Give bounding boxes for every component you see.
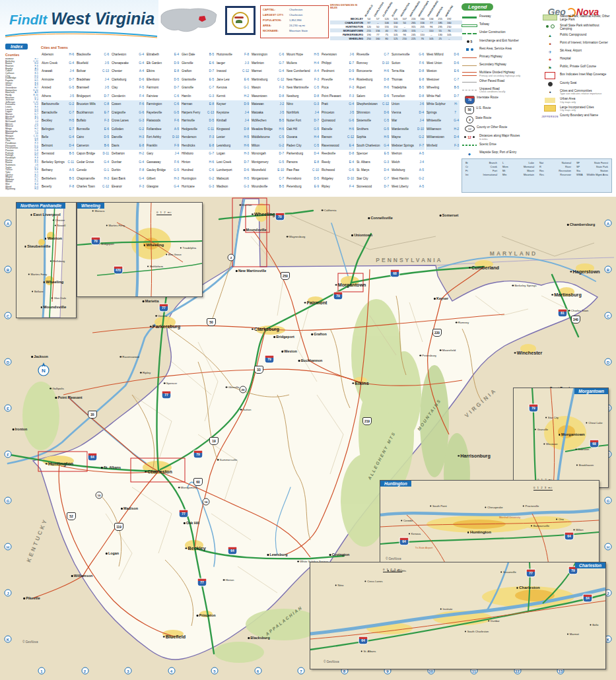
cn: Union — [392, 100, 399, 109]
inset-title: Huntington — [380, 481, 411, 487]
cr: E-6 — [454, 67, 459, 76]
city-item: MasonF-3 — [251, 84, 285, 92]
leg-text: Distances along Major RoutesIn miles — [479, 134, 520, 140]
interstate-shield: 77 — [159, 304, 169, 312]
cr: G-4 — [139, 158, 144, 167]
cr: D-8 — [384, 76, 389, 85]
cr: D-7 — [69, 76, 74, 85]
cr: G-2 — [279, 142, 284, 151]
cr: C-5 — [314, 142, 319, 151]
cn: Mason — [252, 84, 261, 92]
cr: D-4 — [314, 150, 319, 158]
cn: Hinton — [182, 158, 190, 167]
cn: Lumberport — [217, 166, 232, 175]
smallpark-symbol — [542, 24, 558, 30]
leg-text: Secondary Highway — [479, 63, 506, 66]
leg-label: Under Construction — [479, 30, 506, 34]
cr: D-6 — [454, 59, 459, 68]
cr: F-3 — [104, 117, 109, 125]
inset-title: Northern Panhandle — [17, 203, 65, 209]
cr: D-10 — [417, 125, 424, 134]
city-item: New HavenF-3 — [286, 76, 320, 85]
cr: J-3 — [245, 59, 249, 68]
inset-northern-panhandle: Northern Panhandle East LiverpoolChester… — [16, 202, 77, 318]
legend-item: Freeway — [462, 15, 539, 20]
cr: J-4 — [420, 158, 424, 167]
cn: Stonewood — [357, 183, 372, 191]
city-item: BethlehemB-5 — [41, 175, 75, 184]
mileage-col-header: WHEELING — [445, 2, 454, 17]
abbr-item: MtnMountain — [502, 173, 534, 177]
mileage-cols: BLUEFIELDCHARLESTONCLARKSBURGELKINSHUNTI… — [364, 2, 462, 17]
cr: D-6 — [244, 166, 249, 175]
map-city-label: Elkins — [352, 380, 368, 386]
cn: Richwood — [322, 166, 335, 175]
cn: Bluefield — [77, 59, 88, 68]
cn: Weirton — [392, 150, 402, 158]
index-column: RivesvilleC-7RomneyD-10RonceverteH-6Rowl… — [356, 51, 390, 192]
city-item: BurnsvilleE-6 — [76, 125, 110, 134]
map-city-label: Ripley — [140, 371, 151, 374]
index-column: HuttonsvilleF-8IaegerJ-3InwoodC-12Jane L… — [216, 51, 250, 192]
map-city-label: Beckley — [185, 545, 205, 551]
camp-symbol: ▲ — [542, 33, 558, 39]
cr: C-5 — [279, 133, 284, 142]
city-item: EleanorF-3 — [111, 183, 145, 191]
cn: Ravenswood — [322, 142, 339, 151]
cr: C-7 — [209, 84, 214, 92]
cn: Weston — [427, 67, 437, 76]
leg-sub: City maps only — [560, 109, 594, 112]
map-city-label: Charleston — [145, 469, 172, 475]
av: Wildlife Mgmt Area — [587, 173, 608, 177]
fact-row: CAPITAL:Charleston — [263, 7, 326, 13]
inset-city-label: Charleston — [516, 586, 539, 590]
mval: – — [374, 21, 383, 24]
city-item: ParkersburgD-4 — [286, 150, 320, 158]
mval: 245 — [409, 33, 419, 36]
cn: Oak Hill — [287, 125, 297, 134]
leg-text: Wayside Stop; Port of Entry — [479, 151, 516, 154]
abbreviations-box: BrBranchCrCreekFtFortIntInternationalLLa… — [462, 158, 612, 193]
grid-letter: A — [5, 220, 12, 227]
city-item: WheelingB-5 — [426, 84, 460, 92]
map-city-label: Waynesburg — [287, 235, 306, 238]
city-item: MoorefieldE-10 — [251, 166, 285, 175]
cr: H-5 — [69, 117, 74, 125]
city-item: FayettevilleG-5 — [146, 109, 180, 118]
cn: Gassaway — [147, 158, 160, 167]
cn: Kimball — [217, 117, 226, 125]
cr: C-5 — [314, 84, 319, 92]
leg-text: County or Other Route — [477, 125, 507, 129]
city-item: BuckhannonE-7 — [76, 109, 110, 118]
city-item: West UnionD-6 — [426, 59, 460, 68]
legend-item: Multilane Divided HighwayPrimary and sec… — [462, 71, 539, 77]
city-columns: AldersonH-6Alum CreekG-4AnawaltJ-4Anmoor… — [41, 51, 462, 192]
cities-label: Cities and Towns — [41, 46, 68, 50]
cr: A-4 — [139, 67, 144, 76]
cn: Milton — [252, 142, 259, 151]
cn: Elizabeth — [147, 51, 159, 59]
mrot: BLUEFIELD — [364, 5, 374, 17]
inset-city-label: South Charleston — [465, 630, 489, 633]
inset-labels: Tyler HeightsSissonvilleNitroCross Lanes… — [310, 562, 605, 669]
mval: – — [427, 33, 436, 36]
map-city-label: Vienna — [155, 314, 167, 318]
city-item: LumberportD-6 — [216, 166, 250, 175]
cn: Henderson — [182, 133, 196, 142]
cr: E-8 — [209, 100, 214, 109]
city-item: BenwoodB-5 — [41, 150, 75, 158]
city-item: AthensJ-5 — [41, 92, 75, 101]
inset-city-label: Monaca — [92, 209, 105, 213]
state-label: MARYLAND — [490, 250, 537, 257]
map-city-label: Petersburg — [419, 354, 436, 357]
leg-label: U.S. Route — [476, 106, 491, 110]
leg-text: Interchange and Exit Number — [479, 39, 519, 42]
cr: D-5 — [104, 133, 109, 142]
inset-city-label: Elm Grove — [166, 253, 182, 256]
mname: BECKLEY — [330, 17, 364, 20]
city-item: RowlesburgD-8 — [356, 76, 390, 85]
cn: Bruceton Mills — [77, 100, 96, 109]
inset-city-label: Marmet — [567, 632, 579, 636]
leg-label: Public Campground — [560, 33, 586, 36]
cr: G-3 — [244, 183, 249, 191]
